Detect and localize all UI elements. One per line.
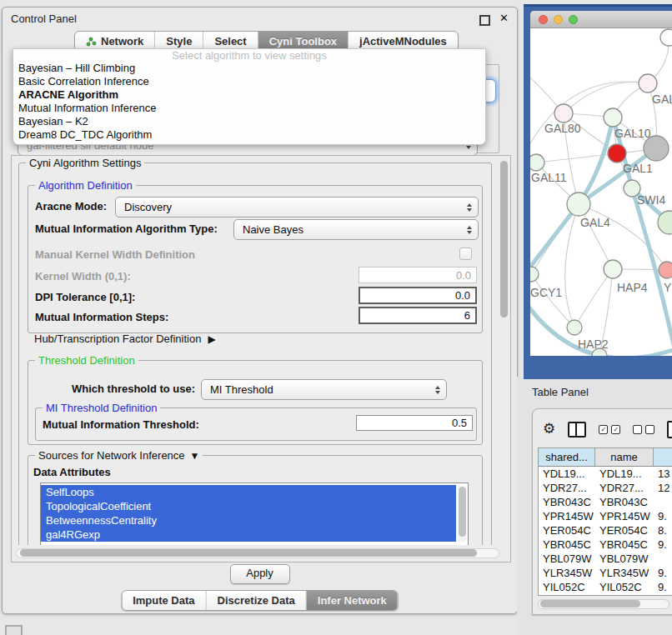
kernel-width-field[interactable]: 0.0 (359, 267, 477, 283)
table-cell[interactable]: YPR145W (539, 509, 595, 523)
table-cell[interactable]: YPR145W (595, 509, 654, 523)
tab-impute-data[interactable]: Impute Data (122, 591, 206, 610)
popup-item-bayesian-hill-climbing[interactable]: Bayesian – Hill Climbing (13, 62, 485, 75)
settings-horizontal-scrollbar-thumb[interactable] (20, 549, 477, 557)
table-cell[interactable]: YDL19... (539, 467, 595, 481)
expanded-arrow-icon[interactable]: ▼ (190, 450, 200, 462)
table-cell[interactable]: YBL079W (595, 552, 654, 566)
table-cell[interactable]: YBL079W (539, 552, 595, 566)
table-cell[interactable]: YDR27... (595, 481, 654, 495)
table-row[interactable]: YDR27...YDR27...12 (539, 481, 672, 495)
network-node-hap4[interactable] (604, 260, 622, 278)
network-node-gal[interactable] (639, 74, 657, 92)
network-edge[interactable] (530, 82, 648, 152)
float-window-icon[interactable] (479, 15, 490, 26)
network-node-gcy1[interactable] (530, 267, 539, 282)
attribute-item-betweennesscentrality[interactable]: BetweennessCentrality (41, 513, 456, 528)
network-edge[interactable] (565, 204, 579, 328)
table-row[interactable]: YBL079WYBL079W (539, 552, 672, 566)
attribute-item-topologicalcoefficient[interactable]: TopologicalCoefficient (41, 499, 456, 513)
popup-item-bayesian-k2[interactable]: Bayesian – K2 (13, 115, 485, 128)
network-node-gal1[interactable] (608, 144, 626, 162)
minimize-window-icon[interactable] (554, 15, 563, 24)
zoom-window-icon[interactable] (569, 15, 578, 24)
column-header-name[interactable]: name (595, 448, 654, 466)
settings-vertical-scrollbar-thumb[interactable] (500, 161, 508, 318)
attribute-item-gal4rgexp[interactable]: gal4RGexp (41, 528, 456, 542)
which-threshold-combobox[interactable]: MI Threshold (201, 379, 447, 400)
network-node-gal10[interactable] (604, 108, 622, 127)
table-cell[interactable]: YIL052C (539, 580, 595, 594)
tab-infer-network[interactable]: Infer Network (307, 591, 398, 610)
table-cell[interactable]: YBR045C (539, 538, 595, 552)
close-window-icon[interactable] (539, 15, 548, 24)
mi-algorithm-type-combobox[interactable]: Naive Bayes (233, 219, 479, 240)
table-horizontal-scrollbar-thumb[interactable] (540, 600, 640, 608)
table-cell[interactable]: YBR043C (539, 495, 595, 509)
list-scrollbar[interactable] (459, 486, 466, 542)
attribute-item-selfloops[interactable]: SelfLoops (41, 485, 456, 499)
apply-button[interactable]: Apply (230, 564, 290, 584)
table-cell[interactable]: YER054C (539, 523, 595, 538)
table-row[interactable]: YDL19...YDL19...13 (539, 467, 672, 481)
table-cell[interactable]: 12 (654, 481, 672, 495)
column-layout-icon[interactable] (568, 422, 586, 438)
select-all-checkboxes-icon[interactable]: ✓✓ (599, 425, 620, 434)
aracne-mode-combobox[interactable]: Discovery (115, 197, 479, 218)
gear-icon[interactable]: ⚙ (543, 422, 555, 437)
network-graph-canvas[interactable]: GALGAL80GAL10GAL1GAL11SWI4GAL4GCY1HAP4YH… (530, 28, 672, 356)
popup-item-aracne-algorithm[interactable]: ARACNE Algorithm (13, 88, 485, 102)
dpi-tolerance-field[interactable]: 0.0 (359, 287, 477, 304)
table-cell[interactable]: 13 (654, 467, 672, 481)
table-horizontal-scrollbar[interactable] (538, 599, 669, 609)
popup-item-mutual-information-inference[interactable]: Mutual Information Inference (13, 102, 485, 115)
table-cell[interactable] (654, 495, 672, 509)
table-row[interactable]: YBR045CYBR045C9. (539, 538, 672, 552)
table-cell[interactable]: YLR345W (595, 566, 654, 580)
table-row[interactable]: YLR345WYLR345W9. (539, 566, 672, 580)
network-node-gal11[interactable] (530, 154, 544, 171)
network-node-hap2[interactable] (567, 320, 582, 335)
table-cell[interactable]: YLR345W (539, 566, 595, 580)
settings-vertical-scrollbar[interactable] (499, 158, 509, 558)
table-row[interactable]: YBR043CYBR043C (539, 495, 672, 509)
close-panel-icon[interactable]: ✕ (499, 12, 509, 24)
table-cell[interactable]: 8. (654, 523, 672, 538)
table-cell[interactable]: YER054C (595, 523, 654, 538)
manual-kernel-width-checkbox[interactable] (459, 248, 472, 260)
collapsed-panel-icon[interactable] (5, 625, 23, 635)
hub-transcription-factor-section[interactable]: Hub/Transcription Factor Definition ▶ (34, 332, 216, 345)
document-icon[interactable] (667, 421, 672, 438)
table-cell[interactable]: YBR045C (595, 538, 654, 552)
popup-item-dream8-dc-tdc-algorithm[interactable]: Dream8 DC_TDC Algorithm (13, 128, 485, 142)
popup-item-basic-correlation-inference[interactable]: Basic Correlation Inference (13, 75, 485, 88)
settings-horizontal-scrollbar[interactable] (16, 548, 499, 558)
column-header-item[interactable] (654, 448, 672, 466)
table-cell[interactable]: 9. (654, 566, 672, 580)
data-attributes-list[interactable]: SelfLoopsTopologicalCoefficientBetweenne… (40, 482, 469, 550)
table-row[interactable]: YPR145WYPR145W9. (539, 509, 672, 523)
table-cell[interactable]: 9. (654, 538, 672, 552)
table-row[interactable]: YIL052CYIL052C9. (539, 580, 672, 594)
network-node-item[interactable] (660, 29, 672, 46)
table-cell[interactable] (654, 552, 672, 566)
network-node-y[interactable] (659, 262, 672, 278)
mi-steps-field[interactable]: 6 (359, 307, 477, 324)
mi-threshold-field[interactable]: 0.5 (356, 415, 473, 431)
table-cell[interactable]: YDL19... (595, 467, 654, 481)
tab-discretize-data[interactable]: Discretize Data (207, 591, 307, 610)
column-header-shared[interactable]: shared... (539, 448, 595, 466)
list-scrollbar-thumb[interactable] (459, 487, 466, 537)
network-node-gal4[interactable] (567, 192, 590, 216)
deselect-all-checkboxes-icon[interactable] (633, 425, 654, 434)
table-cell[interactable]: YDR27... (539, 481, 595, 495)
network-edge[interactable] (574, 269, 613, 328)
network-node-gal80[interactable] (554, 104, 573, 122)
network-edge[interactable] (564, 82, 648, 114)
table-row[interactable]: YER054CYER054C8. (539, 523, 672, 538)
collapsed-arrow-icon[interactable]: ▶ (208, 333, 215, 345)
table-cell[interactable]: YIL052C (595, 580, 654, 594)
table-cell[interactable]: 9. (654, 509, 672, 523)
table-cell[interactable]: 9. (654, 580, 672, 594)
table-cell[interactable]: YBR043C (595, 495, 654, 509)
